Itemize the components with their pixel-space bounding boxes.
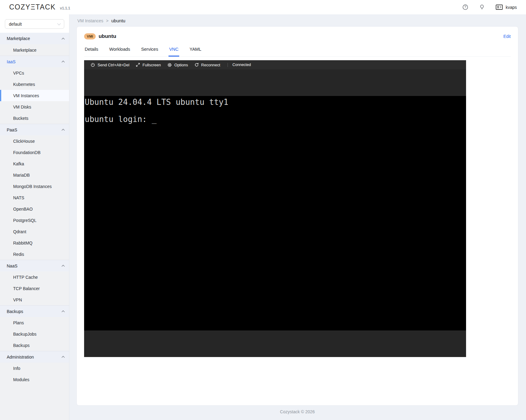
namespace-select[interactable]: default	[5, 19, 64, 29]
chevron-up-icon	[62, 61, 65, 64]
sidebar-menu: MarketplaceMarketplaceIaaSVPCsKubernetes…	[0, 33, 69, 420]
chevron-up-icon	[62, 38, 65, 41]
sidebar-section-label: Backups	[7, 309, 23, 314]
chevron-up-icon	[62, 129, 65, 132]
gear-icon	[167, 63, 172, 67]
reconnect-button[interactable]: Reconnect	[194, 63, 220, 67]
sidebar-item-redis[interactable]: Redis	[0, 249, 69, 260]
toolbar-divider	[228, 63, 228, 67]
sidebar-item-qdrant[interactable]: Qdrant	[0, 226, 69, 237]
sidebar-item-modules[interactable]: Modules	[0, 374, 69, 385]
sidebar-item-backupjobs[interactable]: BackupJobs	[0, 328, 69, 340]
sidebar-section-label: PaaS	[7, 127, 17, 132]
app-header: COZYΞTACK v1.1.1 ? k	[0, 0, 526, 14]
sidebar-item-nats[interactable]: NATS	[0, 192, 69, 203]
sidebar-item-buckets[interactable]: Buckets	[0, 112, 69, 124]
sidebar-item-tcp-balancer[interactable]: TCP Balancer	[0, 283, 69, 294]
breadcrumb-parent[interactable]: VM Instances	[77, 18, 103, 23]
help-icon[interactable]: ?	[462, 4, 468, 10]
tab-vnc[interactable]: VNC	[169, 47, 179, 57]
tab-details[interactable]: Details	[84, 47, 99, 57]
app-version: v1.1.1	[60, 6, 70, 10]
chevron-down-icon	[57, 22, 61, 25]
reconnect-icon	[194, 63, 199, 67]
sidebar-item-rabbitmq[interactable]: RabbitMQ	[0, 237, 69, 249]
namespace-select-value: default	[9, 22, 22, 27]
sidebar-item-plans[interactable]: Plans	[0, 317, 69, 328]
vnc-toolbar: Send Ctrl+Alt+Del Fullscreen	[84, 60, 466, 69]
sidebar-item-info[interactable]: Info	[0, 363, 69, 374]
sidebar-item-postgresql[interactable]: PostgreSQL	[0, 215, 69, 226]
sidebar-item-http-cache[interactable]: HTTP Cache	[0, 271, 69, 283]
fullscreen-icon	[136, 63, 140, 67]
sidebar-section-label: Administration	[7, 355, 34, 359]
main-content: VM Instances > ubuntu VMI ubuntu Edit De…	[69, 14, 526, 420]
sidebar-item-foundationdb[interactable]: FoundationDB	[0, 147, 69, 158]
sidebar-section-marketplace[interactable]: Marketplace	[0, 33, 69, 44]
sidebar-item-mariadb[interactable]: MariaDB	[0, 169, 69, 181]
sidebar-item-vpn[interactable]: VPN	[0, 294, 69, 305]
terminal-line: Ubuntu 24.04.4 LTS ubuntu tty1	[85, 98, 466, 106]
power-icon	[91, 63, 95, 67]
sidebar-item-vm-instances[interactable]: VM Instances	[0, 90, 69, 101]
sidebar: default MarketplaceMarketplaceIaaSVPCsKu…	[0, 14, 69, 420]
sidebar-section-label: NaaS	[7, 263, 17, 268]
tab-workloads[interactable]: Workloads	[109, 47, 131, 57]
options-button[interactable]: Options	[167, 63, 188, 67]
sidebar-section-iaas[interactable]: IaaS	[0, 56, 69, 67]
sidebar-section-backups[interactable]: Backups	[0, 305, 69, 317]
sidebar-item-kubernetes[interactable]: Kubernetes	[0, 79, 69, 90]
chevron-up-icon	[62, 356, 65, 359]
tab-bar: DetailsWorkloadsServicesVNCYAML	[84, 47, 511, 57]
sidebar-item-openbao[interactable]: OpenBAO	[0, 203, 69, 215]
breadcrumb-current: ubuntu	[111, 18, 125, 23]
sidebar-section-administration[interactable]: Administration	[0, 351, 69, 363]
resource-kind-badge: VMI	[84, 33, 96, 39]
sidebar-item-kafka[interactable]: Kafka	[0, 158, 69, 169]
terminal-line	[85, 106, 466, 115]
sidebar-item-mongodb-instances[interactable]: MongoDB Instances	[0, 181, 69, 192]
svg-text:?: ?	[465, 6, 466, 9]
breadcrumb-separator: >	[106, 18, 109, 23]
lightbulb-icon[interactable]	[479, 4, 485, 10]
id-card-icon	[496, 5, 503, 10]
sidebar-section-paas[interactable]: PaaS	[0, 124, 69, 135]
sidebar-item-vm-disks[interactable]: VM Disks	[0, 101, 69, 112]
app-logo[interactable]: COZYΞTACK v1.1.1	[9, 3, 70, 11]
sidebar-item-marketplace[interactable]: Marketplace	[0, 44, 69, 56]
sidebar-item-vpcs[interactable]: VPCs	[0, 67, 69, 79]
connection-status: Connected	[232, 63, 251, 67]
sidebar-item-clickhouse[interactable]: ClickHouse	[0, 135, 69, 147]
sidebar-section-naas[interactable]: NaaS	[0, 260, 69, 271]
page-title: ubuntu	[98, 33, 116, 39]
vm-instance-card: VMI ubuntu Edit DetailsWorkloadsServices…	[76, 26, 518, 406]
send-ctrl-alt-del-button[interactable]: Send Ctrl+Alt+Del	[91, 63, 129, 67]
chevron-up-icon	[62, 265, 65, 268]
edit-button[interactable]: Edit	[503, 34, 511, 39]
fullscreen-button[interactable]: Fullscreen	[136, 63, 161, 67]
sidebar-item-backups[interactable]: Backups	[0, 340, 69, 351]
chevron-up-icon	[62, 311, 65, 314]
breadcrumb: VM Instances > ubuntu	[76, 18, 518, 23]
user-menu[interactable]: kvaps	[496, 5, 517, 10]
vnc-screen[interactable]: Ubuntu 24.04.4 LTS ubuntu tty1ubuntu log…	[84, 96, 466, 330]
tab-services[interactable]: Services	[141, 47, 159, 57]
app-logo-text: COZYΞTACK	[9, 3, 56, 11]
vnc-framebuffer-area: Ubuntu 24.04.4 LTS ubuntu tty1ubuntu log…	[84, 69, 466, 357]
tab-yaml[interactable]: YAML	[189, 47, 202, 57]
terminal-line: ubuntu login: _	[85, 115, 466, 123]
sidebar-section-label: Marketplace	[7, 36, 30, 41]
vnc-panel: Send Ctrl+Alt+Del Fullscreen	[84, 60, 466, 357]
sidebar-section-label: IaaS	[7, 59, 16, 64]
username: kvaps	[506, 5, 517, 10]
footer: Cozystack © 2026	[76, 409, 518, 414]
